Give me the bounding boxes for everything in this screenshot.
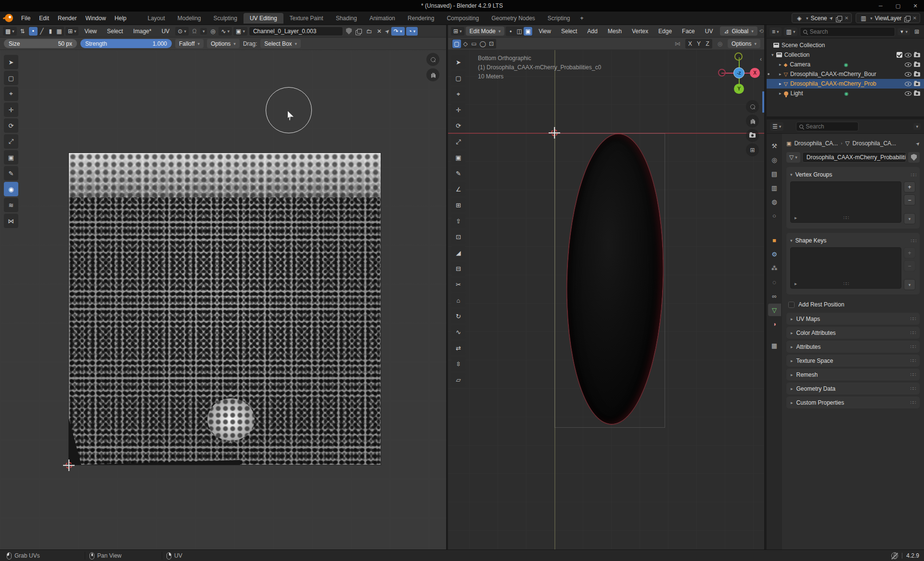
menu-render[interactable]: Render: [53, 13, 81, 23]
maximize-button[interactable]: ▢: [889, 0, 907, 12]
vp-spin-tool-icon[interactable]: ↻: [451, 309, 465, 323]
render-visibility-icon[interactable]: [914, 91, 920, 96]
gizmo-axis-x-neg[interactable]: [718, 69, 726, 76]
chevron-right-icon[interactable]: ▸: [779, 91, 782, 96]
uv-snap-magnet-icon[interactable]: Ω: [190, 27, 199, 36]
tab-view-layer[interactable]: ▥: [768, 181, 781, 194]
render-visibility-icon[interactable]: [914, 72, 920, 76]
uv-select-edge-button[interactable]: ╱: [38, 27, 46, 36]
shape-key-specials-button[interactable]: ▾: [904, 279, 915, 290]
panel-drag-icon[interactable]: ∷∷: [910, 386, 915, 391]
outliner-search-input[interactable]: [809, 28, 891, 35]
pin-id-icon[interactable]: ➤: [914, 140, 921, 147]
copy-image-icon[interactable]: [355, 27, 363, 36]
vp-inset-tool-icon[interactable]: ⊡: [451, 230, 465, 244]
tab-animation[interactable]: Animation: [363, 13, 401, 24]
hide-eye-icon[interactable]: [905, 63, 911, 67]
scene-selector[interactable]: ◈ ▾ Scene ➤ ✕: [792, 13, 852, 23]
tab-sculpting[interactable]: Sculpting: [207, 13, 244, 24]
gizmo-axis-y-neg[interactable]: [734, 52, 743, 61]
outliner-row-drosophila-prob-selected[interactable]: ▸ ▽ Drosophila_CAAX-mCherry_Prob: [767, 79, 924, 89]
tab-particles[interactable]: ⁂: [768, 262, 781, 274]
uv-proportional-edit-icon[interactable]: ◎: [208, 27, 217, 36]
outliner-row-camera[interactable]: ▸ ◆ Camera ◉: [767, 60, 924, 69]
cursor-tool-icon[interactable]: ⌖: [4, 87, 18, 101]
select-extend-icon[interactable]: ◇: [461, 39, 470, 48]
vp-bevel-tool-icon[interactable]: ◢: [451, 246, 465, 260]
panel-drag-icon[interactable]: ∷∷: [910, 358, 915, 363]
uv-image-name-field[interactable]: Channel_0_Layer_0.003: [249, 26, 343, 36]
tab-texture[interactable]: ▦: [768, 339, 781, 352]
vp-toggle-ortho-button[interactable]: ⊞: [746, 143, 759, 156]
sidebar-collapse-chevron[interactable]: ‹: [760, 56, 762, 63]
add-workspace-button[interactable]: +: [577, 13, 588, 24]
hide-eye-icon[interactable]: [905, 82, 911, 86]
uv-select-face-button[interactable]: ▮: [46, 27, 55, 36]
chevron-right-icon[interactable]: ▸: [779, 62, 782, 67]
offline-globe-icon[interactable]: [891, 552, 898, 559]
uv-menu-uv[interactable]: UV: [157, 26, 174, 36]
select-intersect-icon[interactable]: ⊡: [487, 39, 496, 48]
uv-select-vertex-button[interactable]: •: [29, 27, 38, 36]
vertex-select-button[interactable]: ⬩: [506, 27, 515, 36]
tab-texture-paint[interactable]: Texture Paint: [283, 13, 330, 24]
panel-drag-icon[interactable]: ∷∷: [911, 238, 916, 243]
add-shape-key-button[interactable]: +: [904, 247, 915, 258]
close-button[interactable]: ✕: [907, 0, 924, 12]
annotate-tool-icon[interactable]: ✎: [4, 166, 18, 180]
uv-menu-select[interactable]: Select: [103, 26, 127, 36]
tab-object[interactable]: ■: [768, 234, 781, 246]
pin-image-icon[interactable]: ➤: [383, 27, 391, 35]
vp-scale-tool-icon[interactable]: ⤢: [451, 135, 465, 149]
drag-mode-dropdown[interactable]: Select Box ▾: [260, 39, 301, 48]
tab-constraints[interactable]: ∞: [768, 290, 781, 302]
relax-tool-icon[interactable]: ≋: [4, 198, 18, 212]
face-select-button[interactable]: ▣: [524, 27, 532, 36]
menu-edit[interactable]: Edit: [35, 13, 53, 23]
vp-zoom-button[interactable]: [746, 100, 759, 113]
gizmo-axis-x[interactable]: X: [750, 68, 760, 78]
chevron-right-icon[interactable]: ▸: [795, 215, 797, 220]
render-visibility-icon[interactable]: [914, 63, 920, 67]
vp-menu-uv[interactable]: UV: [701, 26, 718, 36]
vp-pan-hand-button[interactable]: [746, 115, 759, 128]
gizmo-axis-y[interactable]: Y: [734, 84, 744, 94]
vp-menu-add[interactable]: Add: [583, 26, 602, 36]
list-resize-icon[interactable]: ∷∷: [843, 281, 848, 286]
add-rest-position-checkbox[interactable]: [788, 302, 795, 308]
tab-physics[interactable]: ◌: [768, 276, 781, 288]
tab-tool[interactable]: ⚒: [768, 140, 781, 152]
uv-menu-view[interactable]: View: [80, 26, 101, 36]
properties-search-input[interactable]: [806, 123, 855, 130]
uv-overlays-toggle[interactable]: ◔ ▾: [406, 27, 418, 36]
tab-rendering[interactable]: Rendering: [401, 13, 440, 24]
outliner-display-mode-button[interactable]: ▥ ▾: [784, 27, 798, 36]
new-collection-icon[interactable]: ⊞: [912, 27, 921, 36]
panel-attributes[interactable]: ▸ Attributes ∷∷: [786, 341, 920, 353]
snap-icon[interactable]: ⟲: [759, 27, 764, 36]
properties-editor-type-button[interactable]: ☰ ▾: [770, 122, 783, 131]
uv-snap-target-button[interactable]: ▾: [200, 28, 207, 35]
delete-scene-icon[interactable]: ✕: [845, 15, 848, 21]
collection-checkbox-icon[interactable]: [897, 52, 902, 58]
scale-tool-icon[interactable]: ⤢: [4, 134, 18, 149]
vp-loop-cut-tool-icon[interactable]: ⊟: [451, 262, 465, 276]
panel-uv-maps[interactable]: ▸ UV Maps ∷∷: [786, 313, 920, 325]
viewport-canvas[interactable]: Bottom Orthographic (1) Drosophila_CAAX-…: [448, 50, 764, 549]
vp-poly-build-tool-icon[interactable]: ⌂: [451, 293, 465, 307]
mesh-browse-button[interactable]: ▽ ▾: [786, 152, 800, 163]
tab-layout[interactable]: Layout: [141, 13, 171, 24]
vp-options-dropdown[interactable]: Options ▾: [728, 39, 760, 48]
vp-menu-mesh[interactable]: Mesh: [603, 26, 626, 36]
vp-menu-vertex[interactable]: Vertex: [628, 26, 653, 36]
navigation-gizmo[interactable]: X Y -Z: [718, 51, 761, 95]
panel-drag-icon[interactable]: ∷∷: [910, 316, 915, 321]
outliner-row-drosophila-bour[interactable]: ▸ ▽ Drosophila_CAAX-mCherry_Bour: [767, 69, 924, 79]
proportional-size-icon[interactable]: ◎: [716, 39, 724, 48]
chevron-right-icon[interactable]: ▸: [795, 281, 797, 286]
vp-knife-tool-icon[interactable]: ✂: [451, 278, 465, 292]
uv-sync-selection-icon[interactable]: ⇅: [18, 27, 27, 36]
panel-drag-icon[interactable]: ∷∷: [910, 344, 915, 349]
tab-shading[interactable]: Shading: [330, 13, 363, 24]
options-dropdown[interactable]: Options ▾: [207, 39, 240, 48]
